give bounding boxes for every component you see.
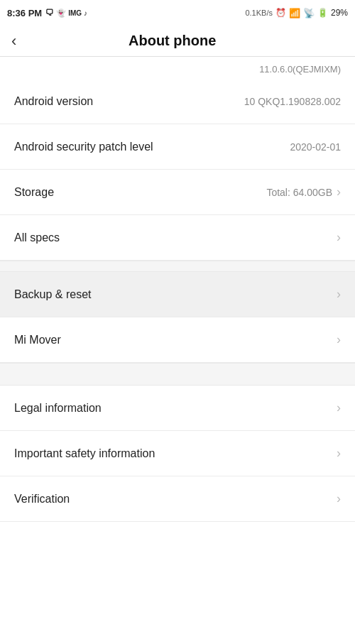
item-android-version-left: Android version: [14, 95, 93, 108]
signal-bars: 📶: [289, 8, 300, 18]
settings-item-android-version[interactable]: Android version 10 QKQ1.190828.002: [0, 79, 355, 124]
settings-item-backup-reset[interactable]: Backup & reset ›: [0, 272, 355, 317]
back-button[interactable]: ‹: [11, 33, 16, 49]
settings-item-mi-mover[interactable]: Mi Mover ›: [0, 317, 355, 363]
section-divider-1: [0, 261, 355, 272]
settings-item-storage[interactable]: Storage Total: 64.00GB ›: [0, 170, 355, 215]
network-speed: 0.1KB/s: [245, 9, 273, 17]
alarm-icon: ⏰: [275, 8, 286, 18]
item-backup-right: ›: [337, 287, 341, 302]
item-legal-left: Legal information: [14, 402, 102, 415]
message-icon: 🗨: [45, 8, 54, 18]
settings-group-1: Android version 10 QKQ1.190828.002 Andro…: [0, 79, 355, 261]
security-patch-value: 2020-02-01: [290, 141, 341, 153]
item-storage-left: Storage: [14, 186, 54, 199]
item-verification-left: Verification: [14, 493, 70, 506]
settings-item-security-patch[interactable]: Android security patch level 2020-02-01: [0, 124, 355, 170]
mi-mover-chevron: ›: [337, 332, 341, 347]
security-patch-label: Android security patch level: [14, 141, 153, 153]
settings-group-3: Legal information › Important safety inf…: [0, 386, 355, 522]
android-version-label: Android version: [14, 95, 93, 108]
section-divider-2: [0, 363, 355, 386]
settings-group-2: Backup & reset › Mi Mover ›: [0, 272, 355, 363]
firmware-version: 11.0.6.0(QEJMIXM): [259, 64, 341, 75]
page-title: About phone: [23, 33, 321, 49]
img-icon: IMG: [68, 9, 82, 17]
item-legal-right: ›: [337, 400, 341, 415]
battery-icon: 🔋: [317, 8, 328, 18]
item-security-right: 2020-02-01: [290, 141, 341, 153]
item-android-version-right: 10 QKQ1.190828.002: [244, 96, 341, 107]
snapchat-icon: 👻: [56, 9, 66, 18]
item-safety-left: Important safety information: [14, 447, 155, 460]
settings-item-verification[interactable]: Verification ›: [0, 476, 355, 522]
storage-chevron: ›: [337, 185, 341, 200]
verification-chevron: ›: [337, 491, 341, 506]
important-safety-label: Important safety information: [14, 447, 155, 460]
item-backup-left: Backup & reset: [14, 288, 92, 301]
item-security-left: Android security patch level: [14, 141, 153, 153]
tiktok-icon: ♪: [84, 9, 87, 17]
legal-info-chevron: ›: [337, 400, 341, 415]
item-all-specs-right: ›: [337, 230, 341, 245]
firmware-version-row: 11.0.6.0(QEJMIXM): [0, 57, 355, 79]
mi-mover-label: Mi Mover: [14, 334, 61, 346]
backup-reset-label: Backup & reset: [14, 288, 92, 301]
item-verification-right: ›: [337, 491, 341, 506]
all-specs-label: All specs: [14, 231, 60, 244]
settings-item-important-safety[interactable]: Important safety information ›: [0, 431, 355, 476]
important-safety-chevron: ›: [337, 446, 341, 461]
status-time: 8:36 PM 🗨 👻 IMG ♪: [7, 8, 87, 18]
status-bar: 8:36 PM 🗨 👻 IMG ♪ 0.1KB/s ⏰ 📶 📡 🔋 29%: [0, 0, 355, 26]
storage-label: Storage: [14, 186, 54, 199]
wifi-icon: 📡: [303, 8, 315, 18]
battery-percent: 29%: [331, 8, 348, 18]
all-specs-chevron: ›: [337, 230, 341, 245]
settings-item-all-specs[interactable]: All specs ›: [0, 215, 355, 261]
item-all-specs-left: All specs: [14, 231, 60, 244]
time-display: 8:36 PM: [7, 8, 42, 18]
verification-label: Verification: [14, 493, 70, 506]
item-storage-right: Total: 64.00GB ›: [266, 185, 341, 200]
item-mi-mover-left: Mi Mover: [14, 334, 61, 346]
item-mi-mover-right: ›: [337, 332, 341, 347]
android-version-value: 10 QKQ1.190828.002: [244, 96, 341, 107]
storage-value: Total: 64.00GB: [266, 187, 332, 198]
settings-item-legal-info[interactable]: Legal information ›: [0, 386, 355, 431]
top-bar: ‹ About phone: [0, 26, 355, 57]
notification-icons: 🗨 👻 IMG ♪: [45, 8, 87, 18]
item-safety-right: ›: [337, 446, 341, 461]
backup-reset-chevron: ›: [337, 287, 341, 302]
status-right-icons: 0.1KB/s ⏰ 📶 📡 🔋 29%: [245, 8, 348, 18]
legal-info-label: Legal information: [14, 402, 102, 415]
